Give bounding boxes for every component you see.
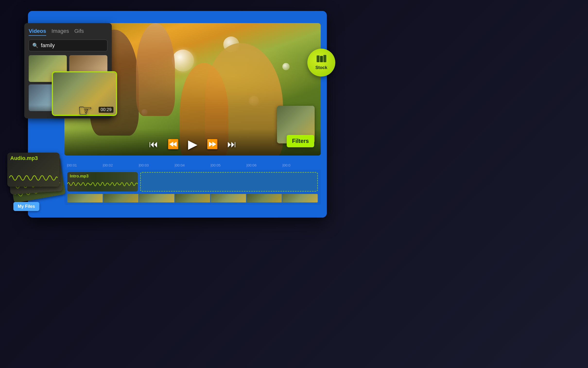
search-icon: 🔍: [32, 43, 38, 48]
audio-card-front-waveform: [9, 171, 58, 185]
filmstrip-frame-7: [282, 194, 318, 202]
rewind-button[interactable]: ⏪: [167, 139, 179, 149]
intro-waveform: [67, 179, 138, 190]
app-container: ⏮ ⏪ ▶ ⏩ ⏭ |00:0: [0, 0, 588, 368]
figure-2: [136, 23, 175, 116]
audio-card-front[interactable]: Audio.mp3: [7, 153, 60, 187]
svg-rect-0: [317, 55, 319, 62]
filmstrip-frame-2: [103, 194, 139, 202]
track-row-1: Intro.mp3: [67, 172, 318, 192]
fast-forward-button[interactable]: ⏩: [207, 139, 218, 149]
stock-icon: [316, 55, 327, 64]
audio-track-intro[interactable]: Intro.mp3: [67, 172, 138, 192]
skip-forward-button[interactable]: ⏭: [227, 139, 236, 149]
audio-files-stack: Audio.mp3 My Files: [7, 153, 63, 204]
ruler-marker-4: |00:04: [175, 163, 211, 167]
search-box: 🔍: [29, 40, 107, 51]
timeline-tracks-area: Intro.mp3: [64, 170, 321, 205]
filmstrip-frame-4: [175, 194, 210, 202]
my-files-button[interactable]: My Files: [13, 202, 39, 211]
cursor-hand-icon: ☞: [78, 101, 93, 120]
ruler-marker-6: |00:06: [246, 163, 282, 167]
ruler-marker-5: |00:05: [210, 163, 246, 167]
stock-button[interactable]: Stock: [307, 49, 335, 77]
ruler-marker-1: |00:01: [67, 163, 103, 167]
search-tabs: Videos Images Gifs: [29, 28, 107, 36]
ruler-marker-2: |00:02: [103, 163, 139, 167]
bubble-5: [282, 63, 290, 70]
tab-gifs[interactable]: Gifs: [74, 28, 84, 36]
audio-track-empty[interactable]: [140, 172, 318, 192]
search-input[interactable]: [41, 42, 104, 49]
filmstrip-frame-5: [211, 194, 246, 202]
stock-label: Stock: [315, 65, 327, 70]
filmstrip-row: [67, 194, 318, 202]
filmstrip-frame-6: [247, 194, 282, 202]
filmstrip-frame-3: [139, 194, 174, 202]
timeline-ruler: |00:01 |00:02 |00:03 |00:04 |00:05 |00:0…: [64, 160, 321, 170]
filters-button[interactable]: Filters: [287, 135, 314, 147]
play-button[interactable]: ▶: [188, 137, 197, 151]
svg-rect-2: [323, 55, 326, 62]
ruler-marker-7: |00:0: [282, 163, 318, 167]
highlighted-thumb-duration: 00:29: [99, 107, 113, 113]
ruler-marker-3: |00:03: [139, 163, 175, 167]
tab-videos[interactable]: Videos: [29, 28, 46, 36]
track-intro-label: Intro.mp3: [70, 174, 89, 179]
controls-row: ⏮ ⏪ ▶ ⏩ ⏭: [149, 137, 236, 151]
tab-images[interactable]: Images: [52, 28, 69, 36]
filmstrip-frame-1: [67, 194, 103, 202]
svg-rect-1: [320, 56, 323, 62]
bubble-1: [172, 50, 194, 72]
skip-back-button[interactable]: ⏮: [149, 139, 158, 149]
audio-filename-label: Audio.mp3: [10, 155, 38, 161]
filters-label: Filters: [292, 138, 309, 144]
